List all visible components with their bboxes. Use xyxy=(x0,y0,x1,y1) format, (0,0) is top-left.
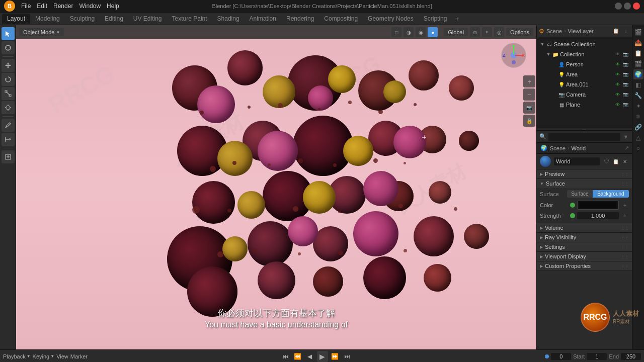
props-tab-modifiers[interactable]: 🔧 xyxy=(633,90,643,101)
tab-uv-editing[interactable]: UV Editing xyxy=(128,14,167,24)
person-vis-icon[interactable]: 👁 xyxy=(614,61,621,68)
area001-vis-icon[interactable]: 👁 xyxy=(614,81,621,88)
menu-file[interactable]: File xyxy=(18,2,34,11)
props-tab-scene[interactable]: 🎬 xyxy=(633,59,643,69)
play-reverse-btn[interactable]: ◀ xyxy=(305,351,315,361)
area001-render-icon[interactable]: 📷 xyxy=(622,81,629,88)
menu-render[interactable]: Render xyxy=(50,2,76,11)
tool-scale[interactable] xyxy=(2,87,15,100)
camera-vis-icon[interactable]: 👁 xyxy=(614,91,621,98)
area-item[interactable]: 💡 Area 👁 📷 xyxy=(539,69,630,79)
area-render-icon[interactable]: 📷 xyxy=(622,71,629,78)
props-search-icon[interactable]: 🔍 xyxy=(539,133,547,141)
person-item[interactable]: 👤 Person 👁 📷 xyxy=(539,59,630,69)
options-button[interactable]: Options xyxy=(506,28,533,36)
vl-icon1[interactable]: 📋 xyxy=(612,27,620,35)
tool-rotate[interactable] xyxy=(2,73,15,86)
tab-sculpting[interactable]: Sculpting xyxy=(65,14,100,24)
props-tab-world[interactable]: 🌍 xyxy=(633,69,643,79)
tab-compositing[interactable]: Compositing xyxy=(319,14,363,24)
props-tab-physics[interactable]: ⚛ xyxy=(633,112,643,122)
person-render-icon[interactable]: 📷 xyxy=(622,61,629,68)
vp-camera[interactable]: 📷 xyxy=(523,102,535,114)
maximize-button[interactable] xyxy=(624,3,631,10)
proportional-editing[interactable]: ◎ xyxy=(494,27,504,37)
scene-collection-header[interactable]: ▼ 🗂 Scene Collection xyxy=(539,39,630,49)
prev-keyframe-btn[interactable]: ⏪ xyxy=(293,351,303,361)
plane-render-icon[interactable]: 📷 xyxy=(622,101,629,108)
preview-header[interactable]: ▶ Preview ⋮⋮ xyxy=(537,169,632,178)
viewport-shading-material[interactable]: ◉ xyxy=(416,27,426,37)
tab-add-button[interactable]: + xyxy=(452,14,462,24)
camera-render-icon[interactable]: 📷 xyxy=(622,91,629,98)
tool-move[interactable] xyxy=(2,59,15,72)
props-tab-render[interactable]: 🎬 xyxy=(633,27,643,37)
world-copy-icon[interactable]: 📋 xyxy=(612,157,620,165)
tab-shading[interactable]: Shading xyxy=(212,14,245,24)
props-tab-particles[interactable]: ✦ xyxy=(633,101,643,111)
props-tab-constraints[interactable]: 🔗 xyxy=(633,122,643,132)
render-vis-icon[interactable]: 📷 xyxy=(622,51,629,58)
world-name-input[interactable]: World xyxy=(554,157,600,165)
menu-help[interactable]: Help xyxy=(104,2,122,11)
props-tab-output[interactable]: 📤 xyxy=(633,38,643,48)
jump-end-btn[interactable]: ⏭ xyxy=(342,351,352,361)
transform-global[interactable]: Global xyxy=(444,28,468,36)
area-vis-icon[interactable]: 👁 xyxy=(614,71,621,78)
timeline-marker-btn[interactable]: Marker xyxy=(70,353,88,359)
strength-input[interactable]: 1.000 xyxy=(577,212,619,219)
tab-geometry-nodes[interactable]: Geometry Nodes xyxy=(363,14,419,24)
props-tab-data[interactable]: △ xyxy=(633,133,643,143)
plane-vis-icon[interactable]: 👁 xyxy=(614,101,621,108)
tab-animation[interactable]: Animation xyxy=(245,14,281,24)
tab-rendering[interactable]: Rendering xyxy=(281,14,319,24)
world-shield-icon[interactable]: 🛡 xyxy=(603,157,611,165)
props-tab-object[interactable]: ◧ xyxy=(633,80,643,90)
minimize-button[interactable] xyxy=(615,3,622,10)
color-swatch[interactable] xyxy=(577,201,619,210)
tool-add[interactable] xyxy=(2,150,15,163)
tool-annotate[interactable] xyxy=(2,119,15,132)
color-add-icon[interactable]: + xyxy=(621,201,629,209)
camera-item[interactable]: 📷 Camera 👁 📷 xyxy=(539,89,630,100)
next-keyframe-btn[interactable]: ⏩ xyxy=(330,351,340,361)
tool-measure[interactable] xyxy=(2,133,15,146)
visibility-icon[interactable]: 👁 xyxy=(614,51,621,58)
collection-item[interactable]: ▼ 📁 Collection 👁 📷 xyxy=(539,49,630,59)
props-options-icon[interactable]: ▼ xyxy=(622,133,630,141)
viewport-shading-wire[interactable]: □ xyxy=(391,27,401,37)
viewport-shading-solid[interactable]: ◑ xyxy=(404,27,414,37)
tool-cursor[interactable] xyxy=(2,41,15,54)
world-delete-icon[interactable]: ✕ xyxy=(621,157,629,165)
volume-header[interactable]: ▶ Volume ⋮⋮ xyxy=(537,223,632,232)
surface-button[interactable]: Surface xyxy=(567,190,593,198)
props-search-input[interactable] xyxy=(548,133,620,141)
end-frame[interactable]: 250 xyxy=(621,353,641,360)
breadcrumb-world[interactable]: World xyxy=(572,145,586,151)
surface-header[interactable]: ▼ Surface ⋮⋮ xyxy=(537,179,632,188)
plane-item[interactable]: ▦ Plane 👁 📷 xyxy=(539,100,630,110)
settings-header[interactable]: ▶ Settings ⋮⋮ xyxy=(537,242,632,251)
vp-zoom-out[interactable]: − xyxy=(523,88,535,101)
ray-visibility-header[interactable]: ▶ Ray Visibility ⋮⋮ xyxy=(537,233,632,242)
props-tab-view-layer[interactable]: 📋 xyxy=(633,48,643,58)
tab-editing[interactable]: Editing xyxy=(100,14,128,24)
viewport-gizmo[interactable]: X Y Z xyxy=(501,43,531,73)
breadcrumb-scene[interactable]: Scene xyxy=(550,145,566,151)
menu-edit[interactable]: Edit xyxy=(34,2,50,11)
viewport-display-header[interactable]: ▶ Viewport Display ⋮⋮ xyxy=(537,252,632,261)
menu-window[interactable]: Window xyxy=(76,2,104,11)
play-forward-btn[interactable]: ▶ xyxy=(317,351,328,362)
vl-icon2[interactable]: ↓ xyxy=(622,27,630,35)
strength-add-icon[interactable]: + xyxy=(621,212,629,220)
tab-scripting[interactable]: Scripting xyxy=(419,14,452,24)
props-new-icon[interactable]: ↗ xyxy=(624,145,629,151)
mode-selector[interactable]: Object Mode ▼ xyxy=(19,28,64,36)
timeline-playback-btn[interactable]: Playback▼ xyxy=(3,353,31,359)
tab-modeling[interactable]: Modeling xyxy=(30,14,65,24)
current-frame[interactable]: 0 xyxy=(551,353,571,360)
area001-item[interactable]: 💡 Area.001 👁 📷 xyxy=(539,79,630,89)
close-button[interactable] xyxy=(633,3,640,10)
tab-layout[interactable]: Layout xyxy=(2,14,30,24)
vp-zoom-in[interactable]: + xyxy=(523,75,535,87)
